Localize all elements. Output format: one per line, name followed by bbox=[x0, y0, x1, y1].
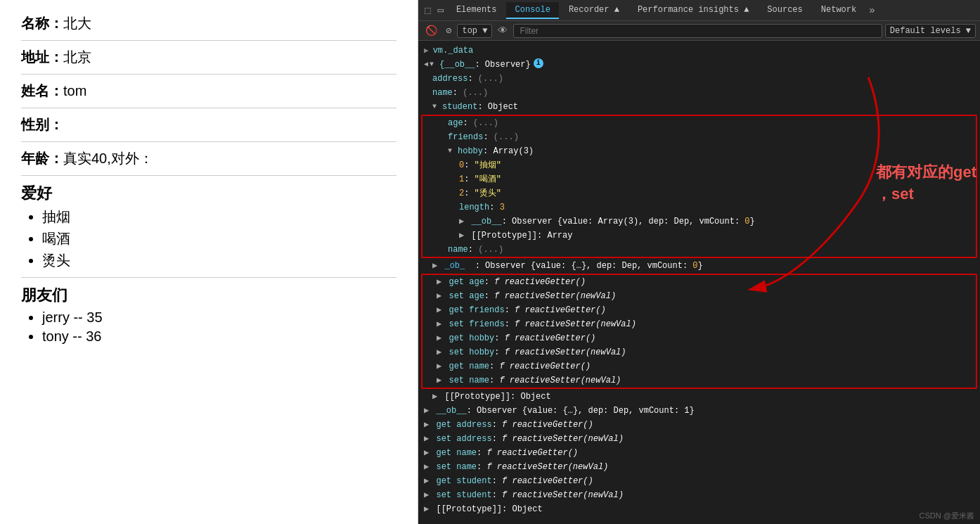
get-hobby-arrow[interactable]: ▶ bbox=[437, 332, 446, 345]
left-panel: 名称：北大 地址：北京 姓名：tom 性别： 年龄：真实40,对外： 爱好 抽烟… bbox=[0, 0, 418, 524]
colon: : bbox=[494, 346, 504, 359]
proto-array: ▶ [[Prototype]]: Array bbox=[423, 229, 976, 243]
more-tabs-icon[interactable]: » bbox=[866, 5, 877, 16]
age-value: 真实40,对外： bbox=[63, 151, 153, 166]
address-val: (...) bbox=[478, 72, 503, 85]
get-friends-val: f reactiveGetter() bbox=[515, 304, 606, 317]
get-hobby: ▶ get hobby : f reactiveGetter() bbox=[423, 331, 976, 345]
age-key: age bbox=[448, 117, 463, 129]
collapse-arrow[interactable]: ◀ bbox=[424, 58, 428, 71]
colon: : Array(3) bbox=[483, 145, 534, 158]
ob-outer-arrow[interactable]: ▶ bbox=[424, 404, 434, 417]
expand-arrow-ob[interactable]: ▶ bbox=[459, 215, 469, 228]
list-item: tony -- 36 bbox=[42, 328, 396, 345]
divider1 bbox=[21, 40, 396, 41]
devtools-panel: ⬚ ▭ Elements Console Recorder ▲ Performa… bbox=[418, 0, 980, 524]
tab-elements[interactable]: Elements bbox=[448, 2, 505, 19]
brace: } bbox=[750, 215, 755, 228]
set-name-outer-arrow[interactable]: ▶ bbox=[424, 461, 434, 473]
eye-icon[interactable]: 👁 bbox=[495, 24, 510, 38]
tab-network[interactable]: Network bbox=[813, 2, 865, 19]
get-address-arrow[interactable]: ▶ bbox=[424, 418, 434, 431]
colon: : bbox=[483, 131, 493, 143]
friends-title: 朋友们 bbox=[21, 285, 396, 306]
colon: : bbox=[464, 187, 474, 200]
inspect-icon[interactable]: ⬚ bbox=[422, 4, 433, 16]
list-item: jerry -- 35 bbox=[42, 309, 396, 326]
divider2 bbox=[21, 74, 396, 75]
colon: : bbox=[492, 433, 502, 445]
ob-line-hobby: ▶ __ob__ : Observer {value: Array(3), de… bbox=[423, 215, 976, 229]
gender-label: 性别： bbox=[21, 117, 63, 132]
observer-root: ◀ ▼ {__ob__ : Observer} i bbox=[418, 58, 980, 72]
colon: : Observer} bbox=[475, 58, 530, 71]
log-levels-dropdown[interactable]: Default levels ▼ bbox=[885, 24, 976, 38]
ob-outer-key: __ob__ bbox=[436, 404, 466, 417]
get-student-key: get student bbox=[436, 475, 491, 487]
address-label: 地址： bbox=[21, 49, 63, 65]
colon: : bbox=[489, 360, 499, 373]
proto-obj-arrow[interactable]: ▶ bbox=[432, 390, 442, 403]
student-arrow[interactable]: ▼ bbox=[432, 101, 441, 113]
get-name-outer: ▶ get name : f reactiveGetter() bbox=[418, 446, 980, 460]
set-address-arrow[interactable]: ▶ bbox=[424, 433, 434, 445]
set-address-key: set address bbox=[436, 433, 491, 445]
colon: : bbox=[489, 201, 499, 214]
set-hobby-val: f reactiveSetter(newVal) bbox=[505, 346, 626, 359]
set-friends-arrow[interactable]: ▶ bbox=[437, 318, 446, 331]
get-name-outer-key: get name bbox=[436, 447, 477, 459]
colon: : bbox=[505, 318, 515, 331]
set-student-val: f reactiveSetter(newVal) bbox=[502, 489, 624, 501]
friends-key: friends bbox=[448, 131, 483, 143]
get-name-arrow[interactable]: ▶ bbox=[437, 360, 446, 373]
student-key: student bbox=[442, 101, 477, 113]
set-student-arrow[interactable]: ▶ bbox=[424, 489, 434, 501]
colon: : Object bbox=[477, 101, 518, 113]
proto-arrow[interactable]: ▶ bbox=[459, 229, 469, 242]
set-address: ▶ set address : f reactiveSetter(newVal) bbox=[418, 432, 980, 446]
list-item: 喝酒 bbox=[42, 229, 396, 248]
set-name-arrow[interactable]: ▶ bbox=[437, 374, 446, 387]
tab-performance[interactable]: Performance insights ▲ bbox=[629, 2, 757, 19]
proto-obj-bottom-arrow[interactable]: ▶ bbox=[424, 503, 434, 516]
set-hobby-arrow[interactable]: ▶ bbox=[437, 346, 446, 359]
info-icon[interactable]: i bbox=[534, 58, 543, 68]
clear-console-icon[interactable]: 🚫 bbox=[423, 23, 440, 38]
set-friends-key: set friends bbox=[449, 318, 504, 331]
context-selector[interactable]: top ▼ bbox=[457, 24, 492, 38]
gender-section: 性别： bbox=[21, 115, 396, 134]
get-friends-arrow[interactable]: ▶ bbox=[437, 304, 446, 317]
colon: : bbox=[463, 117, 473, 129]
filter-icon[interactable]: ⊘ bbox=[443, 23, 454, 38]
ob-key: {__ob__ bbox=[439, 58, 475, 71]
address-value: 北京 bbox=[63, 49, 91, 65]
annotation-text: 都有对应的get，set bbox=[876, 162, 976, 205]
set-age-key: set age bbox=[449, 290, 484, 302]
divider5 bbox=[21, 175, 396, 176]
get-student-arrow[interactable]: ▶ bbox=[424, 475, 434, 487]
tab-console[interactable]: Console bbox=[506, 2, 558, 19]
set-age-arrow[interactable]: ▶ bbox=[437, 290, 446, 302]
device-icon[interactable]: ▭ bbox=[434, 4, 446, 16]
hobby-arrow[interactable]: ▼ bbox=[448, 145, 456, 158]
get-name-val: f reactiveGetter() bbox=[499, 360, 591, 373]
set-friends: ▶ set friends : f reactiveSetter(newVal) bbox=[423, 317, 976, 331]
console-toolbar: 🚫 ⊘ top ▼ 👁 Default levels ▼ bbox=[418, 21, 980, 41]
get-student-val: f reactiveGetter() bbox=[502, 475, 593, 487]
set-hobby: ▶ set hobby : f reactiveSetter(newVal) bbox=[423, 345, 976, 359]
get-age-arrow[interactable]: ▶ bbox=[437, 276, 446, 288]
tab-recorder[interactable]: Recorder ▲ bbox=[560, 2, 628, 19]
ob-line-main: ▶ _ob_ : Observer {value: {…}, dep: Dep,… bbox=[418, 259, 980, 273]
set-student: ▶ set student : f reactiveSetter(newVal) bbox=[418, 488, 980, 502]
colon: : bbox=[468, 72, 477, 85]
get-friends: ▶ get friends : f reactiveGetter() bbox=[423, 303, 976, 317]
get-name-outer-arrow[interactable]: ▶ bbox=[424, 447, 434, 459]
age-line: age : (...) bbox=[423, 116, 976, 130]
devtools-tab-bar[interactable]: ⬚ ▭ Elements Console Recorder ▲ Performa… bbox=[418, 0, 980, 21]
set-name-outer: ▶ set name : f reactiveSetter(newVal) bbox=[418, 460, 980, 474]
filter-input[interactable] bbox=[513, 24, 882, 38]
expand-arrow[interactable]: ▼ bbox=[430, 58, 438, 71]
expand-ob-arrow[interactable]: ▶ bbox=[432, 260, 442, 272]
hobby-list: 抽烟 喝酒 烫头 bbox=[21, 207, 396, 270]
tab-sources[interactable]: Sources bbox=[759, 2, 811, 19]
